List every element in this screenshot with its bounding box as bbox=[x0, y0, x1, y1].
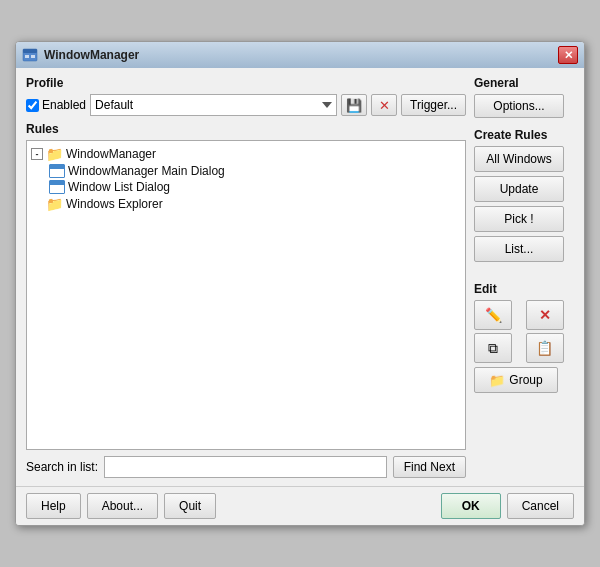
edit-grid: ✏️ ✕ ⧉ 📋 bbox=[474, 300, 574, 363]
find-next-button[interactable]: Find Next bbox=[393, 456, 466, 478]
create-rules-section: Create Rules All Windows Update Pick ! L… bbox=[474, 128, 574, 262]
pick-button[interactable]: Pick ! bbox=[474, 206, 564, 232]
options-button[interactable]: Options... bbox=[474, 94, 564, 118]
main-layout: Profile Enabled Default 💾 ✕ Tri bbox=[26, 76, 574, 478]
delete-profile-icon: ✕ bbox=[379, 98, 390, 113]
group-folder-icon: 📁 bbox=[489, 373, 505, 388]
about-button[interactable]: About... bbox=[87, 493, 158, 519]
title-bar-left: WindowManager bbox=[22, 47, 139, 63]
window-title: WindowManager bbox=[44, 48, 139, 62]
enabled-checkbox[interactable] bbox=[26, 99, 39, 112]
tree-label-wm-list: Window List Dialog bbox=[68, 180, 170, 194]
quit-button[interactable]: Quit bbox=[164, 493, 216, 519]
tree-item-windowmanager[interactable]: - 📁 WindowManager bbox=[31, 145, 461, 163]
edit-pencil-button[interactable]: ✏️ bbox=[474, 300, 512, 330]
left-panel: Profile Enabled Default 💾 ✕ Tri bbox=[26, 76, 466, 478]
tree-item-explorer[interactable]: 📁 Windows Explorer bbox=[31, 195, 461, 213]
edit-section: Edit ✏️ ✕ ⧉ 📋 bbox=[474, 282, 574, 393]
profile-dropdown[interactable]: Default bbox=[90, 94, 337, 116]
all-windows-button[interactable]: All Windows bbox=[474, 146, 564, 172]
list-button[interactable]: List... bbox=[474, 236, 564, 262]
trigger-button[interactable]: Trigger... bbox=[401, 94, 466, 116]
profile-section-label: Profile bbox=[26, 76, 466, 90]
create-rules-label: Create Rules bbox=[474, 128, 574, 142]
paste-icon: 📋 bbox=[536, 340, 553, 356]
pencil-icon: ✏️ bbox=[485, 307, 502, 323]
enabled-label: Enabled bbox=[42, 98, 86, 112]
rules-section: Rules - 📁 WindowManager WindowManager Ma… bbox=[26, 122, 466, 450]
group-label: Group bbox=[509, 373, 542, 387]
folder-icon-explorer: 📁 bbox=[46, 196, 63, 212]
right-panel: General Options... Create Rules All Wind… bbox=[474, 76, 574, 478]
folder-icon: 📁 bbox=[46, 146, 63, 162]
svg-rect-2 bbox=[25, 55, 29, 58]
edit-label: Edit bbox=[474, 282, 574, 296]
tree-label-windowmanager: WindowManager bbox=[66, 147, 156, 161]
enabled-checkbox-label[interactable]: Enabled bbox=[26, 98, 86, 112]
copy-icon: ⧉ bbox=[488, 340, 498, 357]
svg-rect-3 bbox=[31, 55, 35, 58]
ok-button[interactable]: OK bbox=[441, 493, 501, 519]
delete-profile-button[interactable]: ✕ bbox=[371, 94, 397, 116]
expand-icon[interactable]: - bbox=[31, 148, 43, 160]
help-button[interactable]: Help bbox=[26, 493, 81, 519]
search-row: Search in list: Find Next bbox=[26, 456, 466, 478]
window-icon-list bbox=[49, 180, 65, 194]
edit-copy-button[interactable]: ⧉ bbox=[474, 333, 512, 363]
search-input[interactable] bbox=[104, 456, 387, 478]
update-button[interactable]: Update bbox=[474, 176, 564, 202]
app-icon bbox=[22, 47, 38, 63]
window-icon-main bbox=[49, 164, 65, 178]
rules-section-label: Rules bbox=[26, 122, 466, 136]
general-section: General Options... bbox=[474, 76, 574, 118]
edit-delete-button[interactable]: ✕ bbox=[526, 300, 564, 330]
bottom-bar: Help About... Quit OK Cancel bbox=[16, 486, 584, 525]
svg-rect-1 bbox=[23, 49, 37, 53]
save-profile-button[interactable]: 💾 bbox=[341, 94, 367, 116]
rules-tree[interactable]: - 📁 WindowManager WindowManager Main Dia… bbox=[26, 140, 466, 450]
edit-paste-button[interactable]: 📋 bbox=[526, 333, 564, 363]
cancel-button[interactable]: Cancel bbox=[507, 493, 574, 519]
tree-label-explorer: Windows Explorer bbox=[66, 197, 163, 211]
tree-item-wm-list[interactable]: Window List Dialog bbox=[49, 179, 461, 195]
profile-row: Enabled Default 💾 ✕ Trigger... bbox=[26, 94, 466, 116]
tree-item-wm-main[interactable]: WindowManager Main Dialog bbox=[49, 163, 461, 179]
search-label: Search in list: bbox=[26, 460, 98, 474]
save-icon: 💾 bbox=[346, 98, 362, 113]
main-window: WindowManager ✕ Profile Enabled Default bbox=[15, 41, 585, 526]
main-content: Profile Enabled Default 💾 ✕ Tri bbox=[16, 68, 584, 486]
delete-icon: ✕ bbox=[539, 307, 551, 323]
group-button[interactable]: 📁 Group bbox=[474, 367, 558, 393]
close-button[interactable]: ✕ bbox=[558, 46, 578, 64]
tree-label-wm-main: WindowManager Main Dialog bbox=[68, 164, 225, 178]
general-label: General bbox=[474, 76, 574, 90]
title-bar: WindowManager ✕ bbox=[16, 42, 584, 68]
